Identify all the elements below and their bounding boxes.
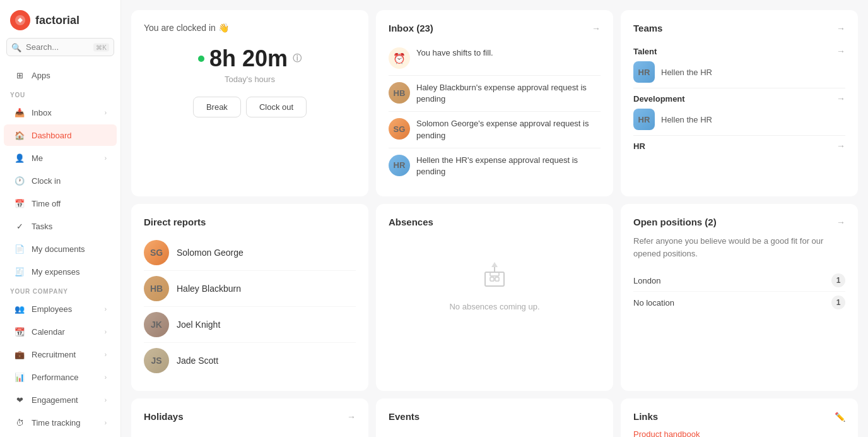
teams-title: Teams [633, 23, 662, 33]
calendar2-icon: 📆 [14, 326, 25, 337]
sidebar-item-label: Engagement [32, 395, 78, 405]
sidebar-item-me[interactable]: 👤 Me › [4, 147, 117, 169]
haley-report-avatar: HB [144, 276, 169, 301]
development-hr-name: Hellen the HR [661, 115, 712, 124]
holidays-title: Holidays [144, 411, 184, 422]
clock2-icon: ⏱ [14, 417, 25, 428]
position-london-name: London [633, 276, 660, 285]
talent-hr-row: HR Hellen the HR [633, 61, 845, 83]
talent-arrow[interactable]: → [836, 46, 845, 56]
search-icon: 🔍 [11, 42, 21, 52]
sidebar-item-my-expenses[interactable]: 🧾 My expenses [4, 261, 117, 282]
edit-icon[interactable]: ✏️ [835, 412, 845, 422]
shift-avatar: ⏰ [389, 47, 410, 69]
sidebar-item-recruitment[interactable]: 💼 Recruitment › [4, 344, 117, 365]
reports-header: Direct reports [144, 217, 356, 227]
open-positions-card: Open positions (2) → Refer anyone you be… [621, 204, 858, 391]
hr-section: HR → [633, 136, 845, 156]
links-header: Links ✏️ [633, 411, 845, 422]
talent-hr-name: Hellen the HR [661, 68, 712, 77]
position-no-location: No location 1 [633, 292, 845, 313]
sidebar-item-time-tracking[interactable]: ⏱ Time tracking › [4, 412, 117, 433]
calendar-icon: 📅 [14, 198, 25, 209]
sidebar-item-performance[interactable]: 📊 Performance › [4, 366, 117, 388]
sidebar-item-tasks[interactable]: ✓ Tasks [4, 215, 117, 237]
chevron-down-icon: › [105, 351, 107, 358]
chevron-down-icon: › [105, 328, 107, 335]
development-section: Development → HR Hellen the HR [633, 88, 845, 136]
sidebar-item-label: Time tracking [32, 418, 81, 428]
inbox-item-text: You have shifts to fill. [416, 47, 493, 59]
briefcase-icon: 💼 [14, 349, 25, 360]
absences-empty-text: No absences coming up. [449, 302, 539, 311]
sidebar-item-label: Dashboard [32, 131, 72, 140]
links-title: Links [633, 411, 658, 422]
sidebar-item-label: Clock in [32, 176, 61, 186]
inbox-title: Inbox (23) [389, 23, 433, 33]
positions-arrow[interactable]: → [836, 217, 845, 227]
sidebar-item-label: Calendar [32, 327, 65, 337]
hr-label: HR [633, 141, 645, 151]
solomon-report-avatar: SG [144, 240, 169, 265]
clock-icon: 🕐 [14, 175, 25, 186]
sidebar-item-clock-in[interactable]: 🕐 Clock in [4, 170, 117, 191]
break-button[interactable]: Break [193, 97, 241, 117]
events-title: Events [389, 411, 419, 422]
holidays-header: Holidays → [144, 411, 356, 422]
absences-header: Absences [389, 217, 601, 227]
sidebar-item-my-documents[interactable]: 📄 My documents [4, 238, 117, 260]
clock-time-display: 8h 20m ⓘ [144, 45, 356, 72]
hellen-avatar: HR [389, 155, 410, 176]
inbox-item-solomon: SG Solomon George's expense approval req… [389, 112, 601, 148]
positions-header: Open positions (2) → [633, 217, 845, 227]
development-arrow[interactable]: → [836, 93, 845, 104]
holidays-placeholder [144, 429, 356, 437]
events-placeholder: 12 [389, 429, 601, 437]
clock-subtitle: Today's hours [144, 75, 356, 84]
people-icon: 👥 [14, 303, 25, 314]
clockout-button[interactable]: Clock out [246, 97, 307, 117]
row-2: Direct reports SG Solomon George HB Hale… [131, 204, 858, 391]
sidebar-item-time-off[interactable]: 📅 Time off [4, 193, 117, 214]
development-label: Development [633, 94, 685, 104]
report-name: Haley Blackburn [177, 284, 241, 294]
events-header: Events [389, 411, 601, 422]
inbox-item-hellen: HR Hellen the HR's expense approval requ… [389, 148, 601, 184]
chart-icon: 📊 [14, 371, 25, 383]
sidebar-item-inbox[interactable]: 📥 Inbox › [4, 102, 117, 123]
chevron-down-icon: › [105, 397, 107, 404]
inbox-header: Inbox (23) → [389, 23, 601, 33]
link-product-handbook[interactable]: Product handbook [633, 429, 845, 437]
direct-reports-card: Direct reports SG Solomon George HB Hale… [131, 204, 368, 391]
section-you-label: YOU [0, 87, 120, 101]
events-card: Events 12 [376, 398, 613, 437]
development-hr-avatar: HR [633, 109, 655, 130]
teams-arrow-link[interactable]: → [836, 23, 845, 33]
logo-icon [10, 10, 30, 30]
dashboard-icon: 🏠 [14, 129, 25, 141]
sidebar-item-engagement[interactable]: ❤ Engagement › [4, 389, 117, 410]
inbox-item-shift: ⏰ You have shifts to fill. [389, 41, 601, 76]
hr-arrow[interactable]: → [836, 141, 845, 151]
sidebar-item-projects[interactable]: 📁 Projects [4, 434, 117, 437]
inbox-icon: 📥 [14, 107, 25, 118]
holidays-arrow[interactable]: → [347, 412, 356, 422]
reports-title: Direct reports [144, 217, 206, 227]
report-joel: JK Joel Knight [144, 307, 356, 343]
chevron-down-icon: › [105, 155, 107, 162]
report-name: Jade Scott [177, 356, 218, 366]
positions-title: Open positions (2) [633, 217, 717, 227]
inbox-item-text: Hellen the HR's expense approval request… [416, 155, 601, 177]
inbox-card: Inbox (23) → ⏰ You have shifts to fill. … [376, 10, 613, 196]
sidebar-item-dashboard[interactable]: 🏠 Dashboard [4, 124, 117, 146]
receipt-icon: 🧾 [14, 266, 25, 277]
sidebar-item-apps[interactable]: ⊞ Apps [4, 64, 117, 86]
haley-avatar: HB [389, 82, 410, 104]
info-icon: ⓘ [293, 53, 302, 64]
sidebar-item-label: Recruitment [32, 350, 76, 359]
absences-card: Absences No absences coming up. [376, 204, 613, 391]
sidebar-item-employees[interactable]: 👥 Employees › [4, 298, 117, 320]
sidebar-item-calendar[interactable]: 📆 Calendar › [4, 321, 117, 342]
chevron-down-icon: › [105, 306, 107, 313]
inbox-arrow-link[interactable]: → [592, 23, 601, 33]
